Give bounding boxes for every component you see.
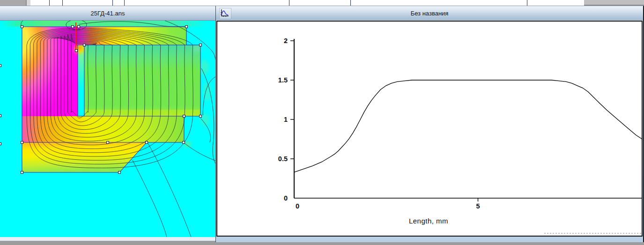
svg-text:2: 2 [284, 37, 288, 45]
magnetic-field-picture [0, 21, 215, 237]
xy-plot: 00.511.5205Length, mm [217, 22, 643, 236]
left-window-title: 25ГД-41.ans [91, 10, 125, 17]
chart-canvas[interactable]: 00.511.5205Length, mm [216, 21, 643, 237]
svg-text:5: 5 [476, 202, 480, 210]
window-xy-plot: Без названия 00.511.5205Length, mm [215, 6, 644, 242]
svg-text:1.5: 1.5 [278, 76, 288, 84]
right-window-title: Без названия [411, 10, 449, 17]
plot-icon[interactable] [219, 8, 231, 19]
field-regions [0, 21, 215, 237]
plot-icon-glyph [220, 8, 230, 18]
svg-text:Length, mm: Length, mm [409, 217, 448, 225]
left-window-bottom-frame [0, 237, 215, 241]
left-window-titlebar[interactable]: 25ГД-41.ans [0, 6, 215, 21]
right-window-titlebar[interactable]: Без названия [216, 6, 643, 20]
window-field-picture: 25ГД-41.ans [0, 6, 215, 237]
svg-text:0: 0 [284, 194, 288, 202]
background-scrollbar-area[interactable] [584, 0, 644, 6]
desktop: { "left_window": { "title": "25ГД-41.ans… [0, 0, 644, 245]
svg-text:0: 0 [296, 202, 299, 210]
svg-text:0.5: 0.5 [278, 155, 288, 163]
svg-text:1: 1 [284, 116, 288, 123]
field-plot-canvas[interactable] [0, 21, 215, 237]
